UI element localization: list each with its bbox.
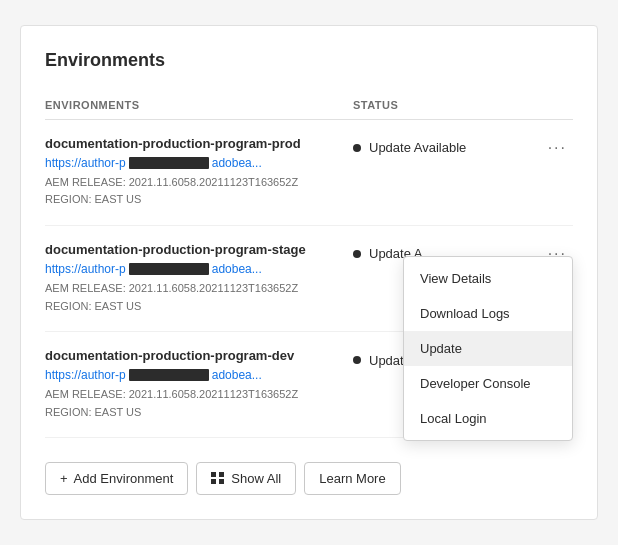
col-environments-header: ENVIRONMENTS bbox=[45, 99, 353, 111]
more-menu-btn-prod[interactable]: ··· bbox=[542, 138, 573, 158]
dropdown-item-local-login[interactable]: Local Login bbox=[404, 401, 572, 436]
add-environment-button[interactable]: + Add Environment bbox=[45, 462, 188, 495]
page-title: Environments bbox=[45, 50, 573, 71]
environments-card: Environments ENVIRONMENTS STATUS documen… bbox=[20, 25, 598, 521]
status-dot-prod bbox=[353, 144, 361, 152]
plus-icon: + bbox=[60, 471, 68, 486]
env-info-prod: documentation-production-program-prod ht… bbox=[45, 136, 353, 209]
grid-icon bbox=[211, 472, 225, 486]
dropdown-item-view-details[interactable]: View Details bbox=[404, 261, 572, 296]
redacted-dev bbox=[129, 369, 209, 381]
env-link-dev[interactable]: https://author-padobea... bbox=[45, 368, 262, 382]
dropdown-item-developer-console[interactable]: Developer Console bbox=[404, 366, 572, 401]
env-name-prod: documentation-production-program-prod bbox=[45, 136, 353, 151]
env-name-dev: documentation-production-program-dev bbox=[45, 348, 353, 363]
context-dropdown-menu: View Details Download Logs Update Develo… bbox=[403, 256, 573, 441]
status-dot-dev bbox=[353, 356, 361, 364]
env-meta-prod: AEM RELEASE: 2021.11.6058.20211123T16365… bbox=[45, 174, 353, 209]
footer-actions: + Add Environment Show All Learn More bbox=[45, 442, 573, 495]
env-link-stage[interactable]: https://author-padobea... bbox=[45, 262, 262, 276]
add-environment-label: Add Environment bbox=[74, 471, 174, 486]
learn-more-label: Learn More bbox=[319, 471, 385, 486]
env-link-prod[interactable]: https://author-padobea... bbox=[45, 156, 262, 170]
dropdown-item-update[interactable]: Update bbox=[404, 331, 572, 366]
env-info-stage: documentation-production-program-stage h… bbox=[45, 242, 353, 315]
env-meta-stage: AEM RELEASE: 2021.11.6058.20211123T16365… bbox=[45, 280, 353, 315]
status-text-prod: Update Available bbox=[369, 140, 534, 155]
status-dot-stage bbox=[353, 250, 361, 258]
env-status-prod: Update Available ··· bbox=[353, 136, 573, 158]
learn-more-button[interactable]: Learn More bbox=[304, 462, 400, 495]
show-all-label: Show All bbox=[231, 471, 281, 486]
show-all-button[interactable]: Show All bbox=[196, 462, 296, 495]
env-row-prod: documentation-production-program-prod ht… bbox=[45, 120, 573, 226]
env-info-dev: documentation-production-program-dev htt… bbox=[45, 348, 353, 421]
dropdown-item-download-logs[interactable]: Download Logs bbox=[404, 296, 572, 331]
col-status-header: STATUS bbox=[353, 99, 573, 111]
env-name-stage: documentation-production-program-stage bbox=[45, 242, 353, 257]
env-meta-dev: AEM RELEASE: 2021.11.6058.20211123T16365… bbox=[45, 386, 353, 421]
redacted-stage bbox=[129, 263, 209, 275]
table-header: ENVIRONMENTS STATUS bbox=[45, 91, 573, 120]
redacted-prod bbox=[129, 157, 209, 169]
